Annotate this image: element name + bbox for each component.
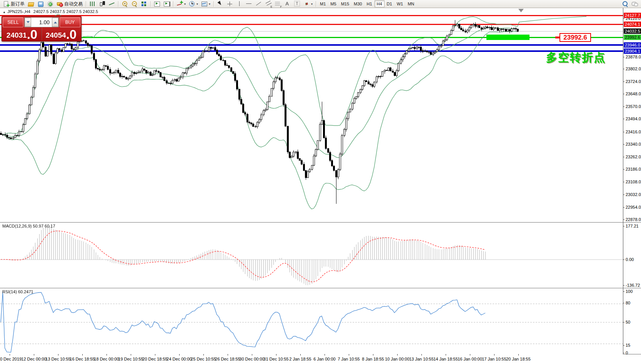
time-axis[interactable]: 10 Dec 201912 Dec 00:0013 Dec 10:5516 De… xyxy=(0,354,623,364)
channel-button[interactable] xyxy=(263,0,273,8)
search-button[interactable] xyxy=(620,0,630,8)
new-order-button[interactable]: 新订单 xyxy=(2,0,26,8)
callout-connector xyxy=(555,37,559,38)
time-tick-mark xyxy=(203,354,204,356)
timeframe-m5-button[interactable]: M5 xyxy=(328,0,338,7)
text-label-icon xyxy=(294,1,300,7)
time-tick-mark xyxy=(518,354,519,356)
profiles-button[interactable] xyxy=(26,0,36,8)
buy-button[interactable]: BUY xyxy=(60,17,80,27)
vertical-line-button[interactable] xyxy=(235,0,244,8)
candlestick-chart-button[interactable] xyxy=(97,0,107,8)
macd-panel-canvas[interactable] xyxy=(0,223,623,288)
rsi-panel-canvas[interactable] xyxy=(0,288,623,354)
panel-separator[interactable] xyxy=(0,288,641,288)
dropdown-arrow-icon: ▾ xyxy=(311,2,313,6)
time-tick-mark xyxy=(397,354,398,356)
volume-increase-button[interactable] xyxy=(52,18,58,27)
axis-tick-mark xyxy=(623,157,624,157)
price-callout-label[interactable]: 23992.6 xyxy=(559,33,591,42)
horizontal-line-button[interactable] xyxy=(244,0,254,8)
trendline-icon xyxy=(255,1,262,7)
axis-tick-label: 23032.0 xyxy=(626,192,641,197)
timeframe-m30-button[interactable]: M30 xyxy=(351,0,364,7)
axis-tick-label: 100 xyxy=(626,289,633,294)
arrows-icon xyxy=(303,1,310,7)
chat-button[interactable] xyxy=(630,0,639,8)
text-icon xyxy=(284,1,291,7)
time-tick-mark xyxy=(228,354,228,356)
main-chart-canvas[interactable] xyxy=(0,8,623,222)
price-axis[interactable]: 24110.023878.023802.023724.023648.023570… xyxy=(623,0,641,364)
indicators-icon xyxy=(176,1,183,7)
trade-panel-prices: 24031.0 24054.0 xyxy=(3,27,80,40)
axis-tick-label: -136.72 xyxy=(626,283,640,288)
ohlc-values: 24027.5 24037.5 24027.5 24032.5 xyxy=(33,9,98,14)
axis-tick-label: 23186.0 xyxy=(626,167,641,171)
axis-tick-label: 15 xyxy=(626,343,630,347)
volume-value[interactable]: 1.00 xyxy=(31,18,52,27)
price-line-badge: 23904.1 xyxy=(624,48,641,54)
templates-icon xyxy=(201,1,208,7)
line-chart-button[interactable] xyxy=(107,0,117,8)
auto-scroll-button[interactable] xyxy=(152,0,162,8)
fibonacci-button[interactable] xyxy=(273,0,283,8)
axis-tick-label: 0.00 xyxy=(626,257,634,262)
arrows-button[interactable]: ▾ xyxy=(302,0,314,8)
zoom-out-button[interactable] xyxy=(130,0,139,8)
trendline-button[interactable] xyxy=(254,0,263,8)
chart-shift-button[interactable] xyxy=(162,0,171,8)
toolbar-separator xyxy=(316,1,316,7)
price-line-badge: 23946.0 xyxy=(624,42,641,48)
timeframe-h1-button[interactable]: H1 xyxy=(364,0,374,7)
candlesticks-icon xyxy=(99,1,105,7)
bar-chart-icon xyxy=(89,1,96,7)
axis-tick-label: 23648.0 xyxy=(626,91,641,96)
sell-price[interactable]: 24031.0 xyxy=(3,27,42,40)
timeframe-w1-button[interactable]: W1 xyxy=(395,0,406,7)
axis-tick-label: 23108.0 xyxy=(626,180,641,184)
auto-scroll-icon xyxy=(154,1,160,7)
axis-tick-mark xyxy=(623,18,624,19)
axis-tick-label: 80 xyxy=(626,301,630,305)
trend-annotation-text[interactable]: 多空转折点 xyxy=(546,50,606,65)
text-button[interactable] xyxy=(283,0,292,8)
volume-decrease-button[interactable] xyxy=(25,18,31,27)
price-line-badge: 23992.6 xyxy=(624,35,641,40)
signals-button[interactable] xyxy=(45,0,55,8)
line-chart-icon xyxy=(108,1,115,7)
rsi-indicator-label: RSI(14) 60.2471 xyxy=(2,289,33,294)
axis-tick-mark xyxy=(623,226,624,226)
bar-chart-button[interactable] xyxy=(88,0,97,8)
cursor-button[interactable] xyxy=(215,0,225,8)
zoom-in-button[interactable] xyxy=(120,0,130,8)
zoom-out-icon xyxy=(131,1,138,7)
sell-button[interactable]: SELL xyxy=(3,17,23,27)
periods-button[interactable]: ▾ xyxy=(187,0,200,8)
panel-separator[interactable] xyxy=(0,222,641,223)
time-tick-mark xyxy=(325,354,325,356)
timeframe-d1-button[interactable]: D1 xyxy=(385,0,395,7)
periods-icon xyxy=(189,1,195,7)
crosshair-button[interactable] xyxy=(225,0,235,8)
timeframe-mn-button[interactable]: MN xyxy=(405,0,416,7)
vertical-line-icon xyxy=(236,1,243,7)
timeframe-m15-button[interactable]: M15 xyxy=(339,0,351,7)
timeframe-h4-button[interactable]: H4 xyxy=(375,0,385,7)
toolbar: 新订单自动交易▾▾▾▾ M1M5M15M30H1H4D1W1MN xyxy=(0,0,641,8)
search-icon xyxy=(622,1,628,7)
axis-tick-mark xyxy=(623,345,624,346)
buy-price[interactable]: 24054.0 xyxy=(42,27,80,40)
timeframe-m1-button[interactable]: M1 xyxy=(318,0,328,7)
templates-button[interactable]: ▾ xyxy=(200,0,212,8)
auto-trading-button[interactable]: 自动交易 xyxy=(55,0,84,8)
text-label-button[interactable] xyxy=(292,0,302,8)
market-watch-button[interactable] xyxy=(36,0,45,8)
time-tick-mark xyxy=(470,354,470,356)
axis-tick-label: 50 xyxy=(626,320,630,324)
toolbar-separator xyxy=(173,1,173,7)
down-arrow-marker-icon[interactable] xyxy=(518,9,524,12)
tile-windows-button[interactable] xyxy=(139,0,149,8)
time-tick-mark xyxy=(82,354,83,356)
indicators-button[interactable]: ▾ xyxy=(175,0,187,8)
